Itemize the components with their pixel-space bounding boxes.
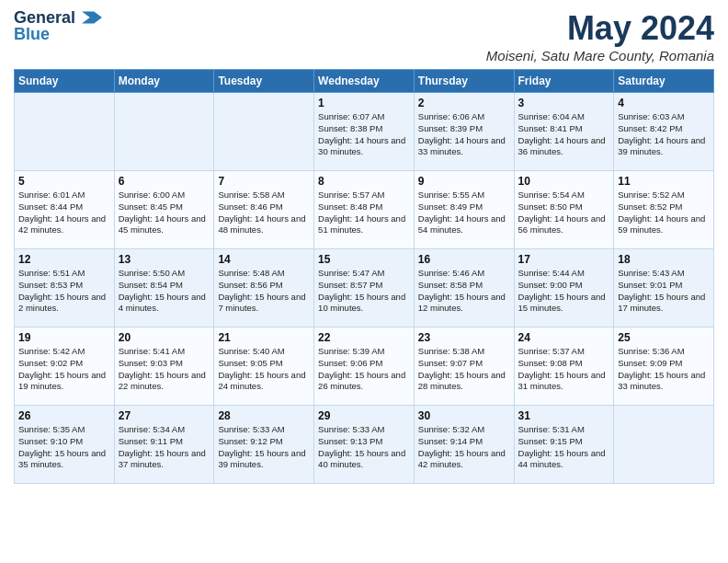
calendar-cell: 5Sunrise: 6:01 AM Sunset: 8:44 PM Daylig… — [15, 171, 115, 249]
day-info: Sunrise: 5:48 AM Sunset: 8:56 PM Dayligh… — [218, 268, 310, 315]
title-block: May 2024 Moiseni, Satu Mare County, Roma… — [486, 9, 714, 63]
day-info: Sunrise: 6:00 AM Sunset: 8:45 PM Dayligh… — [119, 190, 210, 236]
calendar-cell: 7Sunrise: 5:58 AM Sunset: 8:46 PM Daylig… — [214, 171, 314, 249]
day-info: Sunrise: 5:44 AM Sunset: 9:00 PM Dayligh… — [518, 268, 610, 315]
calendar-cell: 19Sunrise: 5:42 AM Sunset: 9:02 PM Dayli… — [15, 327, 115, 406]
day-info: Sunrise: 6:07 AM Sunset: 8:38 PM Dayligh… — [318, 111, 410, 158]
calendar-cell: 4Sunrise: 6:03 AM Sunset: 8:42 PM Daylig… — [614, 93, 714, 171]
calendar-cell: 17Sunrise: 5:44 AM Sunset: 9:00 PM Dayli… — [514, 249, 614, 327]
calendar-cell: 16Sunrise: 5:46 AM Sunset: 8:58 PM Dayli… — [414, 249, 514, 327]
day-number: 3 — [518, 97, 610, 109]
day-info: Sunrise: 6:04 AM Sunset: 8:41 PM Dayligh… — [518, 111, 610, 158]
day-info: Sunrise: 5:39 AM Sunset: 9:06 PM Dayligh… — [318, 346, 410, 393]
calendar-table: SundayMondayTuesdayWednesdayThursdayFrid… — [14, 69, 714, 484]
day-info: Sunrise: 5:36 AM Sunset: 9:09 PM Dayligh… — [618, 346, 710, 393]
location-subtitle: Moiseni, Satu Mare County, Romania — [486, 48, 714, 63]
day-info: Sunrise: 5:52 AM Sunset: 8:52 PM Dayligh… — [618, 190, 710, 236]
day-number: 1 — [318, 97, 410, 109]
header-wednesday: Wednesday — [314, 70, 415, 93]
day-number: 13 — [119, 253, 210, 266]
calendar-week-row: 12Sunrise: 5:51 AM Sunset: 8:53 PM Dayli… — [15, 249, 714, 327]
day-info: Sunrise: 6:06 AM Sunset: 8:39 PM Dayligh… — [418, 111, 510, 158]
day-info: Sunrise: 5:54 AM Sunset: 8:50 PM Dayligh… — [518, 190, 610, 236]
day-number: 18 — [618, 253, 710, 266]
logo-blue: Blue — [14, 26, 50, 44]
day-info: Sunrise: 5:33 AM Sunset: 9:13 PM Dayligh… — [318, 424, 410, 471]
day-info: Sunrise: 5:55 AM Sunset: 8:49 PM Dayligh… — [418, 190, 510, 236]
day-number: 27 — [119, 409, 210, 422]
day-info: Sunrise: 5:43 AM Sunset: 9:01 PM Dayligh… — [618, 268, 710, 315]
calendar-week-row: 26Sunrise: 5:35 AM Sunset: 9:10 PM Dayli… — [15, 406, 714, 484]
calendar-cell: 20Sunrise: 5:41 AM Sunset: 9:03 PM Dayli… — [114, 327, 214, 406]
calendar-week-row: 5Sunrise: 6:01 AM Sunset: 8:44 PM Daylig… — [15, 171, 714, 249]
calendar-cell — [214, 93, 314, 171]
calendar-cell: 15Sunrise: 5:47 AM Sunset: 8:57 PM Dayli… — [314, 249, 415, 327]
day-number: 12 — [18, 253, 110, 266]
day-number: 31 — [518, 409, 610, 422]
day-number: 26 — [18, 409, 110, 422]
header-friday: Friday — [514, 70, 614, 93]
day-number: 25 — [618, 331, 710, 344]
day-info: Sunrise: 5:35 AM Sunset: 9:10 PM Dayligh… — [18, 424, 110, 471]
day-number: 2 — [418, 97, 510, 109]
calendar-cell: 27Sunrise: 5:34 AM Sunset: 9:11 PM Dayli… — [114, 406, 214, 484]
header-sunday: Sunday — [15, 70, 115, 93]
month-year-title: May 2024 — [486, 9, 714, 48]
calendar-cell — [114, 93, 214, 171]
calendar-cell: 14Sunrise: 5:48 AM Sunset: 8:56 PM Dayli… — [214, 249, 314, 327]
day-number: 4 — [618, 97, 710, 109]
day-info: Sunrise: 6:03 AM Sunset: 8:42 PM Dayligh… — [618, 111, 710, 158]
day-number: 8 — [318, 175, 410, 188]
calendar-cell: 30Sunrise: 5:32 AM Sunset: 9:14 PM Dayli… — [414, 406, 514, 484]
calendar-header-row: SundayMondayTuesdayWednesdayThursdayFrid… — [15, 70, 714, 93]
day-info: Sunrise: 5:32 AM Sunset: 9:14 PM Dayligh… — [418, 424, 510, 471]
calendar-cell: 26Sunrise: 5:35 AM Sunset: 9:10 PM Dayli… — [15, 406, 115, 484]
calendar-cell: 3Sunrise: 6:04 AM Sunset: 8:41 PM Daylig… — [514, 93, 614, 171]
day-number: 17 — [518, 253, 610, 266]
day-info: Sunrise: 5:47 AM Sunset: 8:57 PM Dayligh… — [318, 268, 410, 315]
calendar-cell: 8Sunrise: 5:57 AM Sunset: 8:48 PM Daylig… — [314, 171, 415, 249]
day-info: Sunrise: 5:33 AM Sunset: 9:12 PM Dayligh… — [218, 424, 310, 471]
calendar-cell: 9Sunrise: 5:55 AM Sunset: 8:49 PM Daylig… — [414, 171, 514, 249]
day-number: 22 — [318, 331, 410, 344]
header-saturday: Saturday — [614, 70, 714, 93]
header-tuesday: Tuesday — [214, 70, 314, 93]
day-number: 11 — [618, 175, 710, 188]
calendar-cell: 25Sunrise: 5:36 AM Sunset: 9:09 PM Dayli… — [614, 327, 714, 406]
calendar-cell — [614, 406, 714, 484]
day-number: 16 — [418, 253, 510, 266]
day-info: Sunrise: 5:46 AM Sunset: 8:58 PM Dayligh… — [418, 268, 510, 315]
day-number: 20 — [119, 331, 210, 344]
logo-icon — [82, 11, 102, 24]
calendar-cell: 10Sunrise: 5:54 AM Sunset: 8:50 PM Dayli… — [514, 171, 614, 249]
calendar-cell: 12Sunrise: 5:51 AM Sunset: 8:53 PM Dayli… — [15, 249, 115, 327]
calendar-cell: 2Sunrise: 6:06 AM Sunset: 8:39 PM Daylig… — [414, 93, 514, 171]
calendar-cell: 21Sunrise: 5:40 AM Sunset: 9:05 PM Dayli… — [214, 327, 314, 406]
day-info: Sunrise: 5:41 AM Sunset: 9:03 PM Dayligh… — [119, 346, 210, 393]
calendar-cell — [15, 93, 115, 171]
day-info: Sunrise: 5:38 AM Sunset: 9:07 PM Dayligh… — [418, 346, 510, 393]
day-number: 23 — [418, 331, 510, 344]
day-number: 10 — [518, 175, 610, 188]
day-info: Sunrise: 5:34 AM Sunset: 9:11 PM Dayligh… — [119, 424, 210, 471]
calendar-cell: 1Sunrise: 6:07 AM Sunset: 8:38 PM Daylig… — [314, 93, 415, 171]
calendar-cell: 22Sunrise: 5:39 AM Sunset: 9:06 PM Dayli… — [314, 327, 415, 406]
calendar-cell: 6Sunrise: 6:00 AM Sunset: 8:45 PM Daylig… — [114, 171, 214, 249]
day-number: 19 — [18, 331, 110, 344]
svg-marker-0 — [82, 12, 102, 24]
logo: General Blue — [14, 9, 102, 44]
day-number: 7 — [218, 175, 310, 188]
day-number: 9 — [418, 175, 510, 188]
page-header: General Blue May 2024 Moiseni, Satu Mare… — [14, 9, 714, 63]
day-info: Sunrise: 5:37 AM Sunset: 9:08 PM Dayligh… — [518, 346, 610, 393]
calendar-cell: 28Sunrise: 5:33 AM Sunset: 9:12 PM Dayli… — [214, 406, 314, 484]
day-number: 14 — [218, 253, 310, 266]
day-number: 24 — [518, 331, 610, 344]
day-number: 15 — [318, 253, 410, 266]
calendar-cell: 23Sunrise: 5:38 AM Sunset: 9:07 PM Dayli… — [414, 327, 514, 406]
day-info: Sunrise: 5:58 AM Sunset: 8:46 PM Dayligh… — [218, 190, 310, 236]
calendar-week-row: 19Sunrise: 5:42 AM Sunset: 9:02 PM Dayli… — [15, 327, 714, 406]
calendar-cell: 13Sunrise: 5:50 AM Sunset: 8:54 PM Dayli… — [114, 249, 214, 327]
day-number: 6 — [119, 175, 210, 188]
day-number: 30 — [418, 409, 510, 422]
